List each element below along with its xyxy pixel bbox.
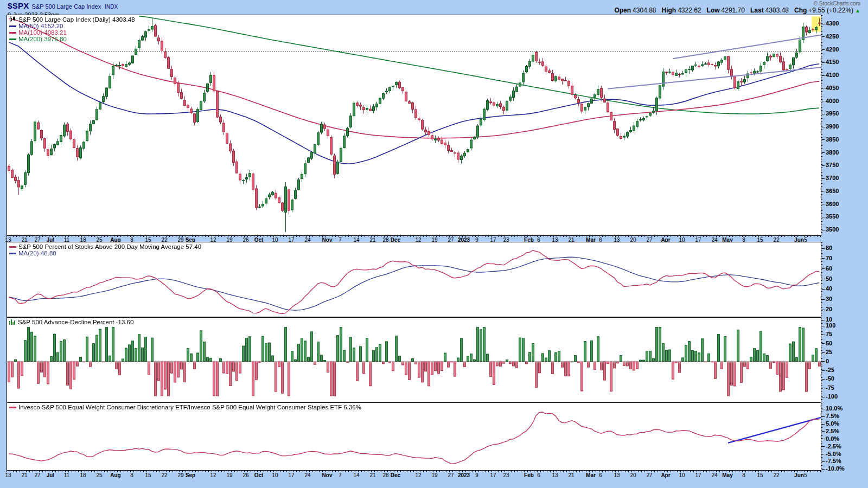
y-axis-label: 80 [822, 245, 832, 251]
x-axis-label: 27 [448, 472, 454, 478]
y-axis-label: -5.0% [822, 451, 841, 457]
advance-decline-legend-title: S&P 500 Advance-Decline Percent -13.60 [18, 319, 133, 325]
y-axis-label: 3550 [822, 213, 839, 220]
advance-decline-panel: S&P 500 Advance-Decline Percent -13.60 [7, 317, 821, 403]
x-axis-label: Dec [391, 472, 400, 478]
y-axis-label: 50 [822, 275, 832, 282]
y-axis-label: 3800 [822, 149, 839, 156]
low-label: Low [707, 7, 720, 14]
y-axis-label: -100 [822, 393, 838, 400]
x-axis-label: 10 [679, 472, 685, 478]
x-axis-label: 17 [695, 472, 701, 478]
open-value: 4304.88 [633, 7, 656, 14]
x-axis-label: 10 [272, 472, 278, 478]
x-axis-label: 13 [614, 472, 620, 478]
histogram-icon [9, 319, 16, 326]
x-axis-label: Jun [794, 472, 804, 478]
y-axis-label: 3600 [822, 201, 839, 207]
ma100-legend: MA(100) 4083.21 [18, 29, 67, 36]
y-axis-label: -75 [822, 384, 834, 391]
low-value: 4291.70 [722, 7, 745, 14]
x-axis-label: 19 [226, 472, 232, 478]
y-axis-label: 70 [822, 255, 832, 261]
x-axis-label: May [722, 472, 732, 478]
y-axis-label: 50 [822, 340, 832, 346]
header-right: © StockCharts.com Open4304.88High4322.62… [609, 1, 860, 14]
change-label: Chg [794, 7, 807, 14]
x-axis-label: 20 [630, 472, 636, 478]
y-axis-label: 7.5% [822, 413, 839, 419]
breadth-legend: S&P 500 Percent of Stocks Above 200 Day … [9, 243, 201, 256]
x-axis-label: Nov [322, 472, 333, 478]
x-axis-label: 26 [242, 472, 248, 478]
y-axis-minor-ticks [821, 15, 822, 235]
ma100-swatch [9, 32, 16, 34]
y-axis-label: 100 [822, 322, 835, 329]
x-axis-label: Jul [47, 472, 54, 478]
symbol-name: S&P 500 Large Cap Index [32, 3, 101, 10]
x-axis-label: 29 [177, 472, 183, 478]
x-axis-label: 15 [757, 472, 763, 478]
y-axis-minor-ticks [821, 318, 822, 402]
x-axis-label: 8 [742, 472, 745, 478]
high-value: 4322.62 [678, 7, 701, 14]
advance-decline-canvas [7, 318, 821, 402]
y-axis-label: 3850 [822, 136, 839, 143]
x-axis-label: 15 [145, 472, 151, 478]
x-axis-label: Feb [524, 472, 534, 478]
ratio-legend-title: Invesco S&P 500 Equal Weight Consumer Di… [18, 404, 361, 410]
copyright-link[interactable]: © StockCharts.com [609, 1, 860, 7]
y-axis-label: 4250 [822, 33, 839, 40]
y-axis-label: 3700 [822, 175, 839, 181]
y-axis-label: 4050 [822, 85, 839, 91]
last-label: Last [750, 7, 764, 14]
open-label: Open [614, 7, 631, 14]
y-axis-label: 2.5% [822, 428, 839, 434]
y-axis-label: -7.5% [822, 458, 841, 464]
price-panel: S&P 500 Large Cap Index (Daily) 4303.48 … [7, 15, 821, 236]
y-axis-label: 40 [822, 285, 832, 292]
x-axis-label: 14 [353, 472, 359, 478]
ma50-legend: MA(50) 4152.20 [18, 23, 63, 29]
x-axis-label: Mar [586, 472, 596, 478]
x-axis-label: 21 [369, 472, 375, 478]
x-axis-label: 21 [568, 472, 574, 478]
x-axis-label: 27 [34, 472, 40, 478]
y-axis-label: 75 [822, 331, 832, 337]
breadth-legend-title: S&P 500 Percent of Stocks Above 200 Day … [18, 243, 201, 250]
x-axis-label: 25 [96, 472, 102, 478]
y-axis-label: 4100 [822, 72, 839, 78]
y-axis-label: 3750 [822, 162, 839, 168]
symbol: $SPX [8, 1, 29, 10]
x-axis-label: Aug [110, 472, 120, 478]
y-axis-label: 3950 [822, 110, 839, 117]
x-axis-label: 17 [288, 472, 294, 478]
y-axis-label: -2.5% [822, 443, 841, 450]
y-axis-label: 60 [822, 265, 832, 272]
x-axis-label: Apr [661, 472, 670, 478]
ma20-legend: MA(20) 48.80 [18, 250, 56, 256]
x-axis-label: 5 [804, 472, 807, 478]
x-axis-label: 27 [646, 472, 652, 478]
x-axis-label: Oct [254, 472, 264, 478]
x-axis-label: 24 [304, 472, 310, 478]
y-axis-label: 10.0% [822, 405, 843, 412]
y-axis-label: -10.0% [822, 465, 845, 472]
price-chart-canvas [7, 15, 821, 235]
x-axis-label: Sep [186, 472, 195, 478]
y-axis-label: 3500 [822, 226, 839, 233]
x-axis-label: 6 [537, 472, 540, 478]
y-axis-minor-ticks [821, 242, 822, 316]
ma20-swatch [9, 253, 16, 254]
x-axis-label: 28 [382, 472, 388, 478]
x-axis-label: 8 [130, 472, 133, 478]
quote-line: Open4304.88High4322.62Low4291.70Last4303… [609, 7, 860, 14]
ma200-swatch [9, 38, 16, 40]
y-axis-label: 4150 [822, 59, 839, 65]
breadth-panel: S&P 500 Percent of Stocks Above 200 Day … [7, 242, 821, 317]
last-value: 4303.48 [765, 7, 789, 14]
change-value: +9.55 (+0.22%) [808, 7, 853, 14]
x-axis-label: 21 [21, 472, 27, 478]
x-axis-label: 13 [5, 472, 11, 478]
x-axis-label: 13 [552, 472, 558, 478]
